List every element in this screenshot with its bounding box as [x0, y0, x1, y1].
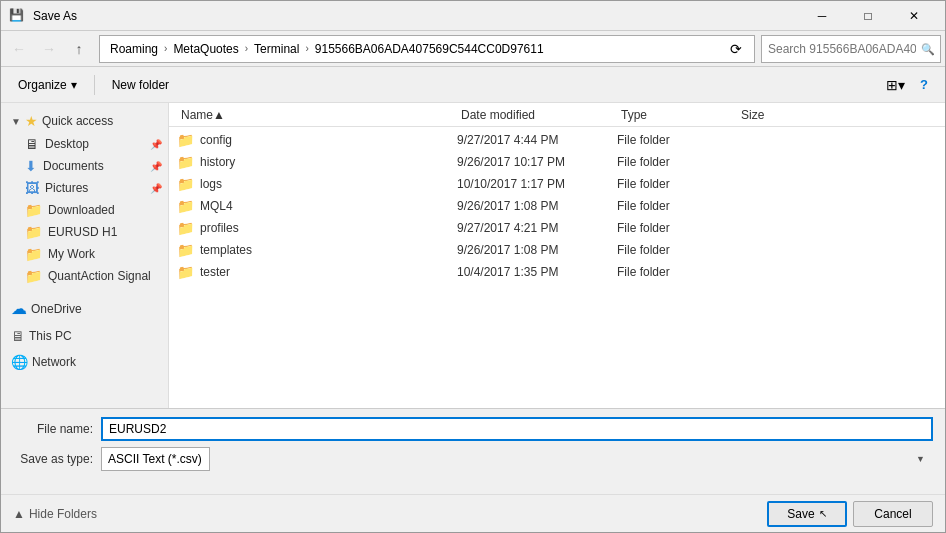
new-folder-label: New folder: [112, 78, 169, 92]
table-row[interactable]: 📁 tester 10/4/2017 1:35 PM File folder: [169, 261, 945, 283]
organize-button[interactable]: Organize ▾: [9, 72, 86, 98]
path-terminal[interactable]: Terminal: [250, 40, 303, 58]
sidebar-item-documents[interactable]: ⬇ Documents 📌: [1, 155, 168, 177]
close-button[interactable]: ✕: [891, 1, 937, 31]
footer: ▲ Hide Folders Save ↖ Cancel: [1, 494, 945, 532]
file-cell-name: 📁 profiles: [177, 220, 457, 236]
table-row[interactable]: 📁 profiles 9/27/2017 4:21 PM File folder: [169, 217, 945, 239]
view-button[interactable]: ⊞ ▾: [881, 72, 909, 98]
sidebar-item-downloaded[interactable]: 📁 Downloaded: [1, 199, 168, 221]
file-cell-name: 📁 templates: [177, 242, 457, 258]
savetype-select[interactable]: ASCII Text (*.csv) All Files (*.*): [101, 447, 210, 471]
hide-arrow-icon: ▲: [13, 507, 25, 521]
bottom-bar: File name: Save as type: ASCII Text (*.c…: [1, 408, 945, 494]
title-bar-left: 💾 Save As: [9, 8, 77, 24]
mywork-folder-icon: 📁: [25, 246, 42, 262]
col-name-label: Name: [181, 108, 213, 122]
sidebar-onedrive[interactable]: ☁ OneDrive: [1, 293, 168, 322]
minimize-button[interactable]: ─: [799, 1, 845, 31]
save-button[interactable]: Save ↖: [767, 501, 847, 527]
table-row[interactable]: 📁 history 9/26/2017 10:17 PM File folder: [169, 151, 945, 173]
title-bar-controls: ─ □ ✕: [799, 1, 937, 31]
path-roaming[interactable]: Roaming: [106, 40, 162, 58]
sidebar-item-quantaction[interactable]: 📁 QuantAction Signal: [1, 265, 168, 287]
file-list: 📁 config 9/27/2017 4:44 PM File folder 📁…: [169, 127, 945, 408]
file-name: tester: [200, 265, 230, 279]
sidebar-item-pictures[interactable]: 🖼 Pictures 📌: [1, 177, 168, 199]
sidebar-quick-access-header[interactable]: ▼ ★ Quick access: [1, 107, 168, 133]
cursor-icon: ↖: [819, 508, 827, 519]
sidebar-desktop-label: Desktop: [45, 137, 89, 151]
filename-row: File name:: [13, 417, 933, 441]
file-name: history: [200, 155, 235, 169]
toolbar-view: ⊞ ▾ ?: [881, 72, 937, 98]
file-cell-date: 9/26/2017 1:08 PM: [457, 199, 617, 213]
folder-icon: 📁: [177, 220, 194, 236]
table-row[interactable]: 📁 config 9/27/2017 4:44 PM File folder: [169, 129, 945, 151]
folder-icon: 📁: [177, 176, 194, 192]
col-header-size[interactable]: Size: [737, 103, 817, 126]
file-cell-type: File folder: [617, 265, 737, 279]
table-row[interactable]: 📁 logs 10/10/2017 1:17 PM File folder: [169, 173, 945, 195]
path-arrow-3: ›: [305, 43, 308, 54]
search-container: [761, 35, 941, 63]
file-name: MQL4: [200, 199, 233, 213]
file-cell-name: 📁 config: [177, 132, 457, 148]
hide-folders-label: Hide Folders: [29, 507, 97, 521]
toolbar: Organize ▾ New folder ⊞ ▾ ?: [1, 67, 945, 103]
sidebar: ▼ ★ Quick access 🖥 Desktop 📌 ⬇ Documents…: [1, 103, 169, 408]
new-folder-button[interactable]: New folder: [103, 72, 178, 98]
col-header-date[interactable]: Date modified: [457, 103, 617, 126]
filename-input[interactable]: [101, 417, 933, 441]
cancel-button[interactable]: Cancel: [853, 501, 933, 527]
forward-button[interactable]: →: [35, 35, 63, 63]
path-id[interactable]: 915566BA06ADA407569C544CC0D97611: [311, 40, 548, 58]
file-cell-type: File folder: [617, 155, 737, 169]
sidebar-item-mywork[interactable]: 📁 My Work: [1, 243, 168, 265]
file-cell-type: File folder: [617, 199, 737, 213]
maximize-button[interactable]: □: [845, 1, 891, 31]
sidebar-item-eurusd[interactable]: 📁 EURUSD H1: [1, 221, 168, 243]
folder-icon: 📁: [177, 242, 194, 258]
file-cell-date: 9/26/2017 10:17 PM: [457, 155, 617, 169]
thispc-label: This PC: [29, 329, 72, 343]
organize-label: Organize: [18, 78, 67, 92]
save-as-dialog: 💾 Save As ─ □ ✕ ← → ↑ Roaming › MetaQuot…: [0, 0, 946, 533]
col-header-type[interactable]: Type: [617, 103, 737, 126]
file-list-container: Name ▲ Date modified Type Size 📁 config: [169, 103, 945, 408]
window-icon: 💾: [9, 8, 25, 24]
thispc-icon: 🖥: [11, 328, 25, 344]
table-row[interactable]: 📁 MQL4 9/26/2017 1:08 PM File folder: [169, 195, 945, 217]
quick-access-arrow: ▼: [11, 116, 21, 127]
filename-label: File name:: [13, 422, 93, 436]
organize-arrow: ▾: [71, 78, 77, 92]
file-list-header: Name ▲ Date modified Type Size: [169, 103, 945, 127]
file-cell-name: 📁 history: [177, 154, 457, 170]
table-row[interactable]: 📁 templates 9/26/2017 1:08 PM File folde…: [169, 239, 945, 261]
file-cell-date: 9/27/2017 4:21 PM: [457, 221, 617, 235]
hide-folders-toggle[interactable]: ▲ Hide Folders: [13, 507, 97, 521]
path-metaquotes[interactable]: MetaQuotes: [169, 40, 242, 58]
sidebar-downloaded-label: Downloaded: [48, 203, 115, 217]
sidebar-item-desktop[interactable]: 🖥 Desktop 📌: [1, 133, 168, 155]
refresh-button[interactable]: ⟳: [724, 37, 748, 61]
sidebar-quantaction-label: QuantAction Signal: [48, 269, 151, 283]
up-button[interactable]: ↑: [65, 35, 93, 63]
savetype-row: Save as type: ASCII Text (*.csv) All Fil…: [13, 447, 933, 471]
network-icon: 🌐: [11, 354, 28, 370]
col-header-name[interactable]: Name ▲: [177, 103, 457, 126]
help-button[interactable]: ?: [911, 72, 937, 98]
sidebar-thispc[interactable]: 🖥 This PC: [1, 322, 168, 348]
file-name: logs: [200, 177, 222, 191]
file-cell-date: 10/4/2017 1:35 PM: [457, 265, 617, 279]
documents-pin-icon: 📌: [150, 161, 162, 172]
view-icon: ⊞: [886, 77, 898, 93]
back-button[interactable]: ←: [5, 35, 33, 63]
sidebar-network[interactable]: 🌐 Network: [1, 348, 168, 374]
col-type-label: Type: [621, 108, 647, 122]
file-cell-type: File folder: [617, 243, 737, 257]
navigation-bar: ← → ↑ Roaming › MetaQuotes › Terminal › …: [1, 31, 945, 67]
address-bar[interactable]: Roaming › MetaQuotes › Terminal › 915566…: [99, 35, 755, 63]
search-input[interactable]: [761, 35, 941, 63]
file-cell-date: 9/27/2017 4:44 PM: [457, 133, 617, 147]
